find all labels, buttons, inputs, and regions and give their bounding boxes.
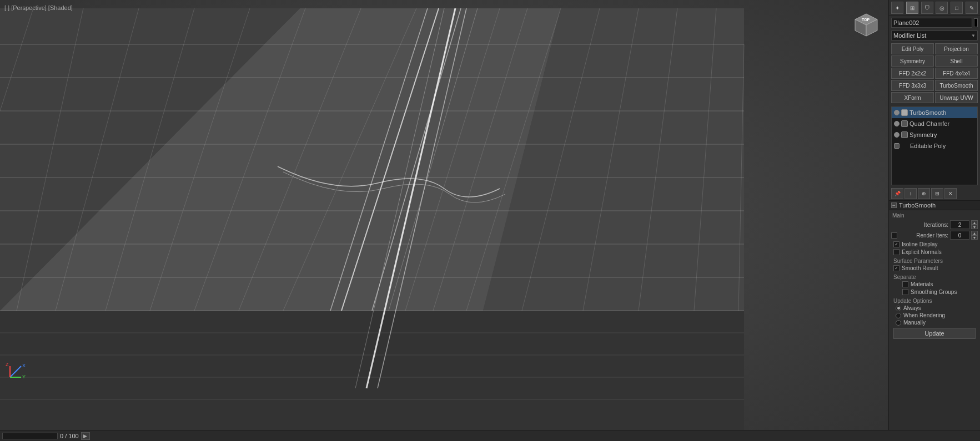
modifier-button-ffd-3x3x3[interactable]: FFD 3x3x3 xyxy=(891,80,934,91)
hierarchy-icon[interactable]: ⛉ xyxy=(921,2,933,14)
object-name-input[interactable] xyxy=(891,18,972,28)
smoothing-groups-label: Smoothing Groups xyxy=(911,289,957,295)
utilities-icon[interactable]: ✎ xyxy=(966,2,978,14)
isoline-display-checkbox[interactable] xyxy=(893,241,899,247)
stack-pin-button[interactable]: 📌 xyxy=(891,188,903,199)
turbosmooth-title: TurboSmooth xyxy=(899,202,936,209)
iterations-row: Iterations: ▲ ▼ xyxy=(891,220,978,229)
explicit-normals-label: Explicit Normals xyxy=(902,249,942,255)
modifier-button-unwrap-uvw[interactable]: Unwrap UVW xyxy=(935,92,978,103)
render-iters-label: Render Iters: xyxy=(899,232,948,239)
viewport-cube[interactable]: TOP xyxy=(850,6,883,39)
stack-item-label: Symmetry xyxy=(909,131,937,138)
isoline-display-label: Isoline Display xyxy=(902,241,937,247)
modifier-button-ffd-2x2x2[interactable]: FFD 2x2x2 xyxy=(891,68,934,79)
stack-visibility-icon[interactable] xyxy=(894,121,899,126)
svg-text:TOP: TOP xyxy=(862,18,870,22)
stack-settings-icon[interactable] xyxy=(894,143,899,149)
iterations-input[interactable] xyxy=(950,220,969,229)
always-radio[interactable] xyxy=(896,306,901,311)
always-label: Always xyxy=(903,305,921,311)
modifier-button-edit-poly[interactable]: Edit Poly xyxy=(891,43,934,54)
object-name-row xyxy=(889,16,980,29)
svg-text:X: X xyxy=(22,363,26,368)
display-icon[interactable]: □ xyxy=(951,2,963,14)
render-iters-decrement[interactable]: ▼ xyxy=(971,235,978,240)
smoothing-groups-checkbox[interactable] xyxy=(902,289,908,295)
stack-visibility-icon[interactable] xyxy=(894,132,899,138)
when-rendering-row: When Rendering xyxy=(891,312,978,318)
stack-toolbar: 📌 ↕ ⊕ ⊞ ✕ xyxy=(889,187,980,200)
create-icon[interactable]: ✦ xyxy=(891,2,903,14)
isoline-display-row: Isoline Display xyxy=(891,241,978,247)
manually-label: Manually xyxy=(903,320,926,326)
svg-text:Z: Z xyxy=(6,362,9,367)
modify-icon[interactable]: ⊞ xyxy=(906,2,918,14)
render-iters-spinner: ▲ ▼ xyxy=(971,231,978,240)
when-rendering-label: When Rendering xyxy=(903,312,945,318)
always-row: Always xyxy=(891,305,978,311)
motion-icon[interactable]: ◎ xyxy=(936,2,948,14)
right-panel: ✦ ⊞ ⛉ ◎ □ ✎ Modifier List ▼ Ed xyxy=(888,0,980,430)
modifier-button-xform[interactable]: XForm xyxy=(891,92,934,103)
modifier-button-ffd-4x4x4[interactable]: FFD 4x4x4 xyxy=(935,68,978,79)
iterations-decrement[interactable]: ▼ xyxy=(971,225,978,229)
modifier-button-symmetry[interactable]: Symmetry xyxy=(891,55,934,67)
modifier-button-turbosmooth[interactable]: TurboSmooth xyxy=(935,80,978,91)
progress-text: 0 / 100 xyxy=(60,433,79,439)
iterations-label: Iterations: xyxy=(891,222,948,228)
stack-move-button[interactable]: ↕ xyxy=(904,188,917,199)
stack-item-turbosmooth[interactable]: TurboSmooth xyxy=(892,107,977,118)
main-sublabel: Main xyxy=(891,212,978,219)
stack-item-label: Quad Chamfer xyxy=(909,120,949,127)
status-arrow-button[interactable]: ▶ xyxy=(81,432,90,440)
iterations-spinner: ▲ ▼ xyxy=(971,220,978,229)
stack-settings-icon[interactable] xyxy=(901,120,908,127)
stack-delete-button[interactable]: ✕ xyxy=(944,188,957,199)
modifier-button-projection[interactable]: Projection xyxy=(935,43,978,54)
smooth-result-label: Smooth Result xyxy=(902,265,938,271)
explicit-normals-checkbox[interactable] xyxy=(893,249,899,255)
viewport-canvas: X Y Z xyxy=(0,0,888,430)
smoothing-groups-row: Smoothing Groups xyxy=(891,289,978,295)
turbosmooth-params: Main Iterations: ▲ ▼ Render Iters: xyxy=(889,210,980,343)
viewport-3d[interactable]: [ ] [Perspective] [Shaded] xyxy=(0,0,888,430)
stack-paste-button[interactable]: ⊞ xyxy=(931,188,943,199)
render-iters-row: Render Iters: ▲ ▼ xyxy=(891,231,978,240)
surface-params-label: Surface Parameters xyxy=(891,257,978,265)
smooth-result-checkbox[interactable] xyxy=(893,265,899,271)
update-button[interactable]: Update xyxy=(893,328,976,339)
modifier-list-dropdown[interactable]: Modifier List ▼ xyxy=(891,31,978,40)
turbosmooth-section-header: − TurboSmooth xyxy=(889,200,980,210)
section-collapse-button[interactable]: − xyxy=(891,202,897,208)
stack-item-symmetry[interactable]: Symmetry xyxy=(892,129,977,140)
object-color-box[interactable] xyxy=(974,18,978,27)
when-rendering-radio[interactable] xyxy=(896,313,901,318)
progress-bar xyxy=(2,433,58,439)
render-iters-input[interactable] xyxy=(950,231,969,240)
stack-settings-icon[interactable] xyxy=(901,131,908,138)
render-iters-checkbox[interactable] xyxy=(891,232,897,239)
stack-item-quad-chamfer[interactable]: Quad Chamfer xyxy=(892,118,977,129)
render-iters-increment[interactable]: ▲ xyxy=(971,231,978,235)
separate-label: Separate xyxy=(891,273,978,281)
stack-copy-button[interactable]: ⊕ xyxy=(918,188,930,199)
materials-label: Materials xyxy=(911,281,933,287)
manually-row: Manually xyxy=(891,320,978,326)
stack-visibility-icon[interactable] xyxy=(894,110,899,115)
iterations-increment[interactable]: ▲ xyxy=(971,220,978,225)
modifier-button-shell[interactable]: Shell xyxy=(935,55,978,67)
stack-item-label: TurboSmooth xyxy=(909,109,946,116)
svg-text:Y: Y xyxy=(22,374,26,379)
stack-item-label: Editable Poly xyxy=(901,143,946,149)
stack-empty-area xyxy=(892,151,977,185)
stack-item-editable-poly[interactable]: Editable Poly xyxy=(892,140,977,151)
manually-radio[interactable] xyxy=(896,320,901,326)
status-bar: 0 / 100 ▶ xyxy=(0,430,980,441)
modifier-buttons-grid: Edit Poly Projection Symmetry Shell FFD … xyxy=(889,42,980,105)
modifier-stack: TurboSmooth Quad Chamfer Symmetry Editab… xyxy=(891,107,978,185)
panel-icon-bar: ✦ ⊞ ⛉ ◎ □ ✎ xyxy=(889,0,980,16)
materials-checkbox[interactable] xyxy=(902,281,908,287)
stack-settings-icon[interactable] xyxy=(901,109,908,116)
update-options-label: Update Options xyxy=(891,297,978,305)
